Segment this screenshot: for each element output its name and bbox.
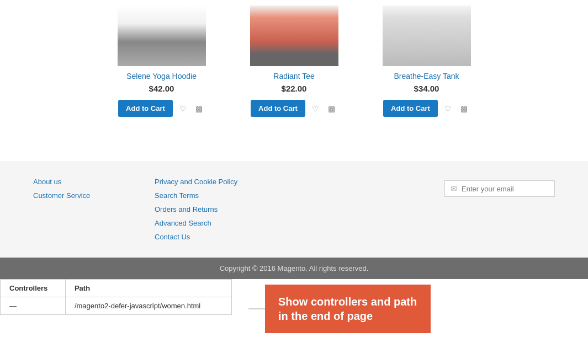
footer-link-customer-service[interactable]: Customer Service <box>33 191 121 200</box>
copyright-text: Copyright © 2016 Magento. All rights res… <box>220 264 369 272</box>
product-image-tee <box>250 6 338 66</box>
product-name-3[interactable]: Breathe-Easy Tank <box>394 72 459 81</box>
spacer <box>0 139 588 161</box>
footer-link-advanced-search[interactable]: Advanced Search <box>155 219 243 227</box>
debug-table-row: — /magento2-defer-javascript/women.html <box>1 297 232 315</box>
product-image-yoga <box>118 6 206 66</box>
debug-table: Controllers Path — /magento2-defer-javas… <box>0 279 232 315</box>
product-actions-2: Add to Cart ♡ ▩ <box>251 100 337 117</box>
product-actions-3: Add to Cart ♡ ▩ <box>383 100 470 117</box>
wishlist-icon-1[interactable]: ♡ <box>177 102 189 115</box>
product-price-2: $22.00 <box>282 84 307 93</box>
footer-col-1: About us Customer Service <box>33 178 121 241</box>
product-actions-1: Add to Cart ♡ ▩ <box>118 100 205 117</box>
footer-email-col: ✉ <box>444 178 555 241</box>
debug-col-path: Path <box>65 280 231 297</box>
product-image-tank <box>383 6 471 66</box>
email-icon: ✉ <box>451 184 457 193</box>
add-to-cart-button-3[interactable]: Add to Cart <box>383 100 438 117</box>
compare-icon-1[interactable]: ▩ <box>193 102 205 115</box>
debug-callout: Show controllers and path in the end of … <box>265 285 431 333</box>
footer-link-search-terms[interactable]: Search Terms <box>155 191 243 200</box>
add-to-cart-button-1[interactable]: Add to Cart <box>118 100 173 117</box>
compare-icon-3[interactable]: ▩ <box>458 102 470 115</box>
footer: About us Customer Service Privacy and Co… <box>0 161 588 258</box>
wishlist-icon-2[interactable]: ♡ <box>310 102 321 115</box>
email-input[interactable] <box>462 185 549 193</box>
product-card-1: Selene Yoga Hoodie $42.00 Add to Cart ♡ … <box>107 6 217 117</box>
debug-cell-path: /magento2-defer-javascript/women.html <box>65 297 231 315</box>
products-section: Selene Yoga Hoodie $42.00 Add to Cart ♡ … <box>0 0 588 139</box>
footer-link-about[interactable]: About us <box>33 178 121 186</box>
product-card-2: Radiant Tee $22.00 Add to Cart ♡ ▩ <box>239 6 349 117</box>
footer-link-privacy[interactable]: Privacy and Cookie Policy <box>155 178 243 186</box>
compare-icon-2[interactable]: ▩ <box>326 102 337 115</box>
product-name-1[interactable]: Selene Yoga Hoodie <box>126 72 197 81</box>
debug-cell-controllers: — <box>1 297 66 315</box>
wishlist-icon-3[interactable]: ♡ <box>442 102 454 115</box>
product-price-1: $42.00 <box>149 84 174 93</box>
footer-link-orders-returns[interactable]: Orders and Returns <box>155 205 243 213</box>
product-card-3: Breathe-Easy Tank $34.00 Add to Cart ♡ ▩ <box>372 6 482 117</box>
footer-link-contact[interactable]: Contact Us <box>155 233 243 241</box>
product-price-3: $34.00 <box>414 84 439 93</box>
email-input-wrapper: ✉ <box>444 180 555 197</box>
add-to-cart-button-2[interactable]: Add to Cart <box>251 100 305 117</box>
debug-section: Controllers Path — /magento2-defer-javas… <box>0 279 588 333</box>
copyright-bar: Copyright © 2016 Magento. All rights res… <box>0 258 588 279</box>
footer-col-2: Privacy and Cookie Policy Search Terms O… <box>155 178 243 241</box>
debug-col-controllers: Controllers <box>1 280 66 297</box>
product-name-2[interactable]: Radiant Tee <box>273 72 314 81</box>
